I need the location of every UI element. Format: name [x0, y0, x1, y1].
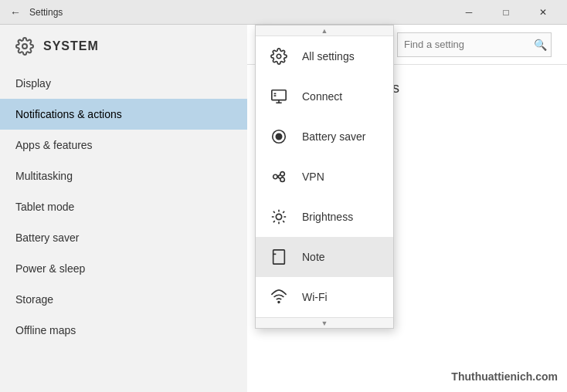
back-button[interactable]: ← — [6, 3, 25, 22]
battery-saver-icon — [268, 126, 290, 147]
svg-point-15 — [280, 177, 285, 182]
sidebar-item-offline[interactable]: Offline maps — [0, 315, 247, 346]
scroll-up-indicator: ▲ — [256, 25, 393, 36]
svg-rect-6 — [272, 90, 286, 100]
search-icon: 🔍 — [534, 39, 547, 51]
sidebar-item-tablet[interactable]: Tablet mode — [0, 191, 247, 222]
vpn-label: VPN — [302, 171, 324, 183]
svg-rect-27 — [273, 250, 285, 264]
all-settings-label: All settings — [302, 50, 355, 63]
note-icon — [268, 246, 290, 268]
brightness-icon — [268, 206, 290, 228]
note-label: Note — [302, 251, 325, 263]
svg-point-12 — [276, 133, 281, 139]
sidebar-nav: Display Notifications & actions Apps & f… — [0, 68, 247, 346]
dropdown-item-battery-saver[interactable]: Battery saver — [256, 117, 393, 157]
gear-icon — [268, 46, 290, 67]
dropdown-menu: ▲ All settings — [255, 25, 394, 329]
sidebar-item-display[interactable]: Display — [0, 68, 247, 99]
connect-icon — [268, 86, 290, 107]
dropdown-item-note[interactable]: Note — [256, 237, 393, 277]
svg-line-26 — [283, 211, 284, 213]
watermark: Thuthuattienich.com — [451, 370, 558, 383]
vpn-icon — [268, 166, 290, 188]
sidebar: SYSTEM Display Notifications & actions A… — [0, 25, 247, 392]
svg-point-5 — [277, 54, 281, 59]
sidebar-item-storage[interactable]: Storage — [0, 284, 247, 315]
search-box[interactable]: 🔍 — [397, 32, 552, 57]
wifi-label: Wi-Fi — [302, 291, 328, 303]
window-title: Settings — [29, 7, 63, 18]
search-input[interactable] — [404, 39, 534, 50]
scroll-down-indicator: ▼ — [256, 317, 393, 328]
sidebar-item-battery[interactable]: Battery saver — [0, 222, 247, 253]
svg-line-23 — [273, 211, 275, 213]
main-container: SYSTEM Display Notifications & actions A… — [0, 25, 567, 392]
system-title: SYSTEM — [43, 39, 99, 53]
sidebar-item-apps[interactable]: Apps & features — [0, 130, 247, 161]
sidebar-header: SYSTEM — [0, 25, 247, 62]
svg-line-25 — [273, 221, 275, 222]
svg-point-13 — [273, 174, 278, 179]
sidebar-item-power[interactable]: Power & sleep — [0, 253, 247, 284]
sidebar-item-multitasking[interactable]: Multitasking — [0, 161, 247, 191]
svg-point-29 — [278, 302, 280, 303]
sidebar-item-notifications[interactable]: Notifications & actions — [0, 99, 247, 130]
dropdown-item-wifi[interactable]: Wi-Fi — [256, 277, 393, 317]
gear-icon — [15, 37, 34, 56]
content-area: 🔍 Notifications & actions — [247, 25, 567, 392]
dropdown-item-vpn[interactable]: VPN — [256, 157, 393, 197]
minimize-button[interactable]: ─ — [451, 0, 487, 25]
battery-saver-label: Battery saver — [302, 130, 365, 143]
dropdown-item-all-settings[interactable]: All settings — [256, 36, 393, 76]
dropdown-item-brightness[interactable]: Brightness — [256, 197, 393, 237]
svg-point-0 — [22, 44, 27, 49]
window-controls: ─ □ ✕ — [451, 0, 561, 25]
svg-point-14 — [280, 172, 285, 177]
title-bar: ← Settings ─ □ ✕ — [0, 0, 567, 25]
svg-line-24 — [283, 221, 284, 222]
connect-label: Connect — [302, 90, 342, 103]
brightness-label: Brightness — [302, 211, 353, 223]
svg-line-17 — [277, 177, 280, 179]
wifi-icon — [268, 286, 290, 308]
close-button[interactable]: ✕ — [525, 0, 561, 25]
maximize-button[interactable]: □ — [488, 0, 524, 25]
dropdown-item-connect[interactable]: Connect — [256, 76, 393, 117]
svg-point-18 — [276, 214, 281, 219]
